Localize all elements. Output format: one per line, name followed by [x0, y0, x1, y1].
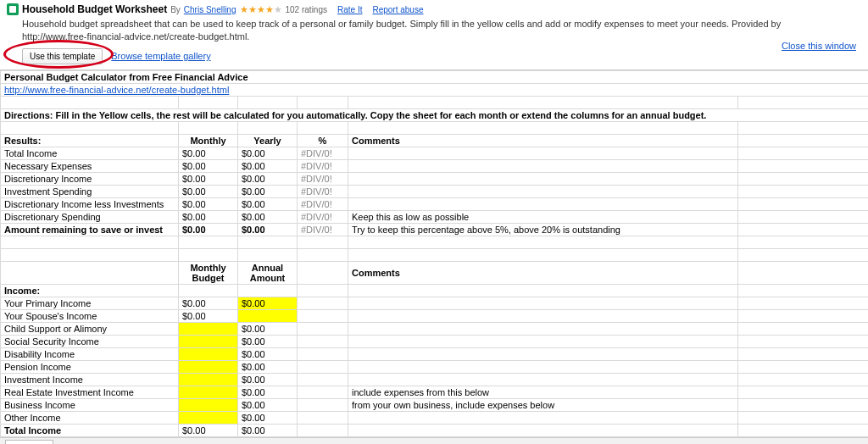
browse-gallery-link[interactable]: Browse template gallery — [111, 51, 210, 61]
income-row[interactable]: Real Estate Investment Income$0.00includ… — [1, 386, 869, 398]
sheet-tabs: Sheet1 — [0, 437, 868, 444]
income-row[interactable]: Other Income$0.00 — [1, 411, 869, 424]
results-row[interactable]: Discretionary Spending$0.00$0.00#DIV/0!K… — [1, 210, 869, 223]
spreadsheet-area[interactable]: Personal Budget Calculator from Free Fin… — [0, 69, 868, 437]
spreadsheet-icon — [7, 3, 19, 15]
income-row[interactable]: Disability Income$0.00 — [1, 347, 869, 360]
results-row[interactable]: Discretionary Income less Investments$0.… — [1, 197, 869, 210]
template-action-row: Use this template Browse template galler… — [7, 48, 861, 64]
income-row[interactable]: Child Support or Alimony$0.00 — [1, 322, 869, 335]
rate-it-link[interactable]: Rate It — [337, 5, 362, 14]
report-abuse-link[interactable]: Report abuse — [372, 5, 423, 14]
title-row: Household Budget Worksheet By Chris Snel… — [7, 3, 861, 15]
income-header-row: Monthly BudgetAnnual AmountComments — [1, 261, 869, 284]
source-link[interactable]: http://www.free-financial-advice.net/cre… — [1, 83, 869, 96]
results-row[interactable]: Necessary Expenses$0.00$0.00#DIV/0! — [1, 159, 869, 172]
use-template-button[interactable]: Use this template — [22, 48, 103, 64]
template-header: Household Budget Worksheet By Chris Snel… — [0, 0, 868, 64]
results-header-row: Results:MonthlyYearly%Comments — [1, 134, 869, 147]
directions-text: Directions: Fill in the Yellow cells, th… — [1, 108, 869, 121]
income-section-label: Income: — [1, 284, 869, 297]
results-row[interactable]: Total Income$0.00$0.00#DIV/0! — [1, 147, 869, 159]
ratings-count: 102 ratings — [286, 5, 327, 14]
by-label: By — [170, 5, 181, 14]
income-total-row: Total Income$0.00$0.00 — [1, 424, 869, 436]
spreadsheet-grid[interactable]: Personal Budget Calculator from Free Fin… — [0, 70, 868, 437]
rating-stars[interactable]: ★★★★★ — [240, 4, 282, 15]
sheet-title: Personal Budget Calculator from Free Fin… — [1, 70, 869, 83]
results-row[interactable]: Discretionary Income$0.00$0.00#DIV/0! — [1, 172, 869, 185]
close-window-link[interactable]: Close this window — [782, 41, 856, 51]
results-row[interactable]: Investment Spending$0.00$0.00#DIV/0! — [1, 185, 869, 197]
income-row[interactable]: Investment Income$0.00 — [1, 373, 869, 386]
income-row[interactable]: Pension Income$0.00 — [1, 360, 869, 373]
income-row[interactable]: Business Income$0.00from your own busine… — [1, 398, 869, 411]
tab-sheet1[interactable]: Sheet1 — [5, 440, 53, 444]
template-description: Household budget spreadsheet that can be… — [7, 15, 829, 48]
document-title: Household Budget Worksheet — [22, 3, 167, 15]
income-row[interactable]: Social Security Income$0.00 — [1, 335, 869, 347]
results-row[interactable]: Amount remaining to save or invest$0.00$… — [1, 223, 869, 236]
author-link[interactable]: Chris Snelling — [184, 5, 236, 14]
income-row[interactable]: Your Spouse's Income$0.00 — [1, 309, 869, 322]
income-row[interactable]: Your Primary Income$0.00$0.00 — [1, 297, 869, 309]
